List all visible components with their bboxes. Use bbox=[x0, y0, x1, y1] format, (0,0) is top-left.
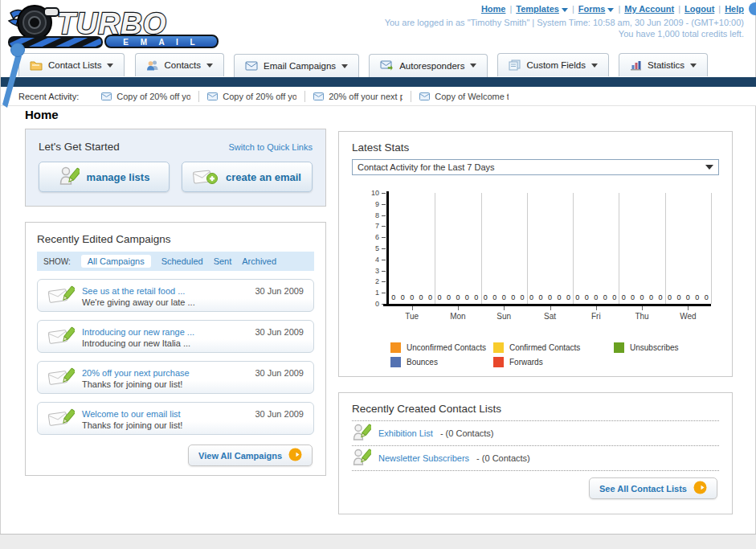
campaign-date: 30 Jun 2009 bbox=[255, 368, 304, 378]
filter-scheduled[interactable]: Scheduled bbox=[161, 256, 203, 266]
contact-lists-title: Recently Created Contact Lists bbox=[352, 403, 719, 415]
pin-decoration bbox=[1, 39, 28, 109]
credits-info: You have 1,000 total credits left. bbox=[619, 29, 744, 39]
chevron-down-icon bbox=[562, 8, 568, 12]
campaign-subtitle: Introducing our new Italia ... bbox=[82, 338, 313, 348]
legend-swatch bbox=[614, 342, 624, 353]
legend-item: Unsubscribes bbox=[614, 342, 726, 353]
envelope-icon bbox=[245, 61, 258, 71]
contact-list-detail: - (0 Contacts) bbox=[440, 428, 494, 438]
people-icon bbox=[146, 59, 159, 71]
person-pencil-icon bbox=[59, 166, 80, 189]
campaign-subtitle: Thanks for joining our list! bbox=[82, 420, 313, 430]
nav-forms[interactable]: Forms bbox=[578, 4, 615, 14]
tab-email-campaigns[interactable]: Email Campaigns bbox=[234, 54, 359, 77]
tab-custom-fields[interactable]: Custom Fields bbox=[497, 53, 609, 76]
dotted-divider bbox=[352, 470, 719, 471]
view-all-campaigns-button[interactable]: View All Campaigns bbox=[188, 445, 313, 466]
filter-archived[interactable]: Archived bbox=[242, 256, 276, 266]
legend-swatch bbox=[493, 342, 504, 353]
logo-subtitle: E M A I L bbox=[123, 38, 199, 47]
envelope-pencil-icon bbox=[47, 408, 75, 430]
campaign-subtitle: We're giving away our late ... bbox=[82, 297, 313, 307]
nav-logout[interactable]: Logout bbox=[684, 4, 714, 14]
recent-activity-item[interactable]: Copy of 20% off yo bbox=[199, 91, 305, 102]
chevron-down-icon bbox=[107, 64, 113, 68]
see-all-contact-lists-button[interactable]: See All Contact Lists bbox=[589, 477, 717, 499]
create-an-email-button[interactable]: create an email bbox=[182, 162, 313, 192]
nav-help[interactable]: Help bbox=[725, 4, 744, 14]
contact-lists-panel: Recently Created Contact Lists Exhibitio… bbox=[338, 392, 733, 514]
campaigns-panel: Recently Edited Campaigns SHOW: All Camp… bbox=[25, 222, 326, 476]
contact-list-link[interactable]: Exhibition List bbox=[378, 428, 433, 438]
recent-activity-item[interactable]: 20% off your next p bbox=[305, 91, 411, 102]
edge-dot-decoration bbox=[749, 2, 756, 15]
get-started-panel: Let's Get Started Switch to Quick Links … bbox=[25, 129, 326, 207]
legend-swatch bbox=[493, 357, 504, 367]
latest-stats-panel: Latest Stats Contact Activity for the La… bbox=[338, 131, 733, 377]
person-pencil-icon bbox=[352, 423, 371, 444]
nav-home[interactable]: Home bbox=[481, 4, 506, 14]
envelope-pencil-icon bbox=[47, 367, 75, 389]
get-started-title: Let's Get Started bbox=[39, 141, 120, 153]
envelope-arrow-icon bbox=[380, 60, 394, 71]
folder-icon bbox=[30, 59, 43, 71]
contact-list-item[interactable]: Exhibition List - (0 Contacts) bbox=[352, 421, 719, 445]
contact-activity-chart: 01234567891000000Tue00000Mon00000Sun0000… bbox=[352, 182, 721, 339]
campaign-item[interactable]: 20% off your next purchase 30 Jun 2009 T… bbox=[37, 361, 314, 394]
recent-activity-item[interactable]: Copy of 20% off yo bbox=[93, 91, 199, 102]
recent-activity-bar: Recent Activity: Copy of 20% off yo Copy… bbox=[1, 87, 756, 106]
contact-list-link[interactable]: Newsletter Subscribers bbox=[378, 453, 469, 463]
chevron-down-icon bbox=[206, 64, 213, 68]
filter-sent[interactable]: Sent bbox=[214, 256, 232, 266]
nav-my-account[interactable]: My Account bbox=[624, 4, 674, 14]
campaign-title-link[interactable]: Welcome to our email list bbox=[82, 409, 181, 419]
campaign-date: 30 Jun 2009 bbox=[255, 286, 304, 296]
top-nav: Home|Templates|Forms|My Account|Logout|H… bbox=[481, 4, 744, 14]
page-footer bbox=[0, 534, 756, 549]
campaign-date: 30 Jun 2009 bbox=[255, 327, 304, 337]
nav-templates[interactable]: Templates bbox=[516, 4, 568, 14]
chevron-down-icon bbox=[341, 64, 348, 68]
chart-legend: Unconfirmed Contacts Confirmed Contacts … bbox=[390, 342, 719, 367]
campaign-title-link[interactable]: Introducing our new range ... bbox=[82, 327, 194, 337]
manage-lists-button[interactable]: manage lists bbox=[39, 162, 170, 192]
campaign-item[interactable]: See us at the retail food ... 30 Jun 200… bbox=[37, 279, 314, 312]
tab-autoresponders[interactable]: Autoresponders bbox=[369, 54, 488, 77]
contact-list-detail: - (0 Contacts) bbox=[476, 453, 530, 463]
legend-item: Unconfirmed Contacts bbox=[390, 342, 493, 353]
contact-list-item[interactable]: Newsletter Subscribers - (0 Contacts) bbox=[352, 446, 719, 470]
envelope-pencil-icon bbox=[47, 326, 75, 348]
tab-statistics[interactable]: Statistics bbox=[619, 53, 708, 76]
recent-activity-item[interactable]: Copy of Welcome to bbox=[411, 91, 517, 102]
pages-icon bbox=[509, 59, 521, 71]
campaign-date: 30 Jun 2009 bbox=[255, 409, 304, 419]
envelope-pencil-icon bbox=[47, 285, 75, 307]
campaign-item[interactable]: Introducing our new range ... 30 Jun 200… bbox=[37, 320, 314, 353]
campaign-subtitle: Thanks for joining our list! bbox=[82, 379, 313, 389]
show-label: SHOW: bbox=[43, 257, 71, 266]
legend-item: Forwards bbox=[493, 357, 614, 367]
page-title: Home bbox=[25, 108, 59, 121]
campaign-title-link[interactable]: 20% off your next purchase bbox=[82, 368, 190, 378]
legend-swatch bbox=[390, 342, 401, 353]
campaign-title-link[interactable]: See us at the retail food ... bbox=[82, 286, 185, 296]
arrow-circle-icon bbox=[693, 481, 707, 496]
latest-stats-title: Latest Stats bbox=[352, 141, 719, 154]
envelope-plus-icon bbox=[193, 167, 219, 187]
legend-swatch bbox=[390, 357, 401, 367]
person-pencil-icon bbox=[352, 448, 371, 469]
filter-all-campaigns[interactable]: All Campaigns bbox=[81, 255, 151, 268]
navy-divider-bar bbox=[1, 77, 756, 87]
switch-to-quick-links[interactable]: Switch to Quick Links bbox=[228, 142, 313, 152]
legend-item: Bounces bbox=[390, 357, 493, 367]
chevron-down-icon bbox=[690, 64, 697, 68]
tab-contacts[interactable]: Contacts bbox=[135, 53, 224, 76]
barchart-icon bbox=[630, 59, 642, 71]
campaign-item[interactable]: Welcome to our email list 30 Jun 2009 Th… bbox=[37, 402, 314, 435]
chevron-down-icon bbox=[607, 8, 614, 12]
arrow-circle-icon bbox=[288, 448, 302, 463]
login-info: You are logged in as "Timothy Smith" | S… bbox=[385, 18, 744, 27]
stats-activity-dropdown[interactable]: Contact Activity for the Last 7 Days bbox=[352, 159, 719, 175]
tab-contact-lists[interactable]: Contact Lists bbox=[18, 53, 125, 76]
